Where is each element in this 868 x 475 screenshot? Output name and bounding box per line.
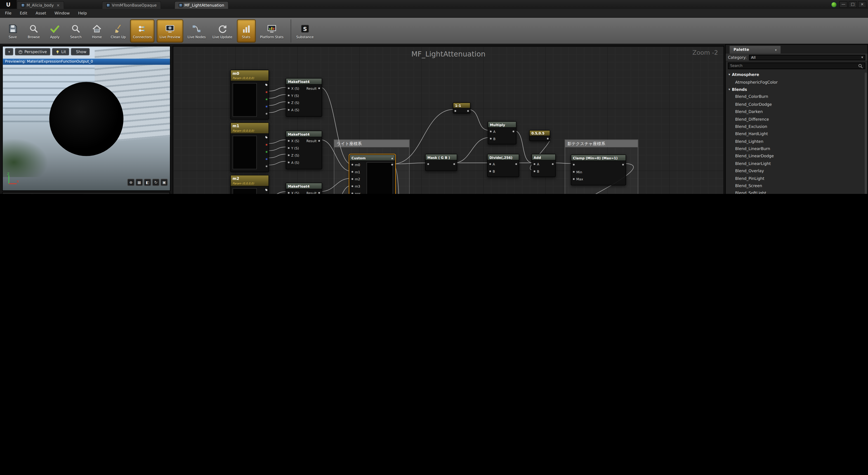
toolbar-button[interactable]: S Substance [291, 19, 316, 42]
node-mask-gb[interactable]: Mask ( G B ) [425, 154, 457, 171]
node-multiply[interactable]: MultiplyAB [488, 121, 517, 145]
output-pin[interactable] [265, 91, 268, 94]
input-pin[interactable] [351, 170, 354, 173]
input-pin[interactable] [489, 163, 491, 165]
tab-parameter-defaults[interactable]: ▦ Parameter Defaults [33, 194, 84, 194]
asset-tab[interactable]: MF_LightAttenuation × [174, 1, 228, 9]
input-pin[interactable] [489, 170, 491, 172]
input-pin[interactable] [351, 178, 354, 180]
node-custom[interactable]: Custom▲m0m1m2m3pos [349, 154, 395, 194]
output-pin[interactable] [265, 165, 268, 168]
input-pin[interactable] [287, 139, 290, 142]
window-control-button[interactable]: — [839, 1, 848, 8]
launcher-icon[interactable] [831, 1, 837, 7]
output-pin[interactable] [318, 191, 320, 194]
output-pin[interactable] [512, 130, 515, 133]
palette-item[interactable]: ▼ Blend_ColorBurn [726, 93, 864, 101]
menu-item[interactable]: File [5, 11, 11, 15]
collapse-arrow-icon[interactable]: ▲ [265, 135, 267, 138]
window-control-button[interactable]: × [858, 1, 866, 8]
palette-item[interactable]: ▼ Blend_HardLight [726, 130, 864, 138]
output-pin[interactable] [265, 105, 268, 108]
palette-item[interactable]: ▼ Blend_ColorDodge [726, 101, 864, 108]
input-pin[interactable] [572, 178, 575, 180]
window-control-button[interactable]: □ [848, 1, 857, 8]
toolbar-button[interactable]: Search [66, 19, 85, 42]
palette-item[interactable]: ▼ Blend_LinearDodge [726, 152, 864, 160]
input-pin[interactable] [533, 163, 536, 165]
toolbar-button[interactable]: Live Preview [157, 19, 183, 42]
node-makefloat4-3[interactable]: MakeFloat4X (S)ResultY (S)Z (S)A (S) [286, 183, 322, 194]
fullscreen-icon[interactable]: ▣ [160, 179, 168, 186]
toolbar-button[interactable]: Connectors [130, 19, 155, 42]
input-pin[interactable] [489, 137, 492, 140]
collapse-arrow-icon[interactable]: ▲ [265, 83, 267, 85]
input-pin[interactable] [351, 192, 354, 194]
material-graph-panel[interactable]: MATERIAL FUNCTION ライト座標系影テクスチャ座標系オフセット m… [173, 46, 724, 194]
toolbar-button[interactable]: Browse [24, 19, 43, 42]
node-m0[interactable]: m0Param (0,0,0,0)▲ [230, 70, 269, 120]
toolbar-button[interactable]: Home [88, 19, 106, 42]
input-pin[interactable] [287, 154, 290, 157]
viewport-mode-button[interactable]: Show [71, 48, 90, 55]
palette-item[interactable]: ▼ AtmosphericFogColor [726, 78, 864, 86]
input-pin[interactable] [287, 101, 290, 104]
input-pin[interactable] [454, 109, 457, 112]
output-pin[interactable] [318, 87, 320, 90]
asset-tab[interactable]: VrmMToonBaseOpaque × [102, 1, 161, 9]
output-pin[interactable] [265, 98, 268, 101]
viewport-mode-button[interactable]: Lit [52, 48, 69, 55]
viewport-menu-button[interactable]: ▼ [5, 48, 13, 55]
node-divide-256[interactable]: Divide(,256)AB [487, 154, 519, 177]
node-m2[interactable]: m2Param (0,0,0,0)▲ [230, 175, 269, 194]
output-pin[interactable] [467, 109, 469, 112]
output-pin[interactable] [265, 151, 268, 153]
palette-item[interactable]: ▼ Blend_Screen [726, 182, 864, 189]
node-clamp-1[interactable]: Clamp (Min=0) (Max=1)MinMax [571, 154, 626, 185]
input-pin[interactable] [533, 170, 536, 172]
collapse-arrow-icon[interactable]: ▲ [265, 188, 267, 190]
cycle-icon[interactable]: ↻ [152, 179, 159, 186]
position-icon[interactable]: ⊕ [127, 179, 134, 186]
palette-item[interactable]: ▼ Blend_Exclusion [726, 123, 864, 130]
input-pin[interactable] [287, 147, 290, 149]
input-pin[interactable] [572, 170, 575, 173]
palette-item[interactable]: ▼ Blend_LinearBurn [726, 145, 864, 152]
input-pin[interactable] [287, 191, 290, 194]
toolbar-button[interactable]: Live Update [210, 19, 235, 42]
node-one-minus[interactable]: 1-1 [453, 102, 470, 114]
output-pin[interactable] [622, 163, 624, 166]
toolbar-button[interactable]: Stats [237, 19, 255, 42]
palette-item[interactable]: ▼ Blend_Overlay [726, 167, 864, 175]
output-pin[interactable] [453, 163, 456, 165]
input-pin[interactable] [287, 94, 290, 97]
input-pin[interactable] [351, 163, 354, 166]
palette-item[interactable]: ▼ Blends [726, 86, 864, 93]
node-m1[interactable]: m1Param (0,0,0,0)▲ [230, 122, 269, 172]
toolbar-button[interactable]: Platform Stats [258, 19, 286, 42]
palette-item[interactable]: ▼ Atmosphere [726, 71, 864, 78]
input-pin[interactable] [572, 163, 575, 166]
input-pin[interactable] [427, 163, 430, 165]
menu-item[interactable]: Window [55, 11, 70, 15]
toolbar-button[interactable]: Save [3, 19, 22, 42]
output-pin[interactable] [265, 112, 268, 115]
input-pin[interactable] [489, 130, 492, 133]
layers-icon[interactable]: ◧ [144, 179, 151, 186]
node-const-0505[interactable]: 0.5,0.5 [529, 130, 550, 141]
output-pin[interactable] [546, 137, 549, 140]
palette-item[interactable]: ▼ Blend_PinLight [726, 175, 864, 182]
tab-details[interactable]: ▦ Details [4, 194, 32, 194]
collapse-arrow-icon[interactable]: ▲ [391, 157, 393, 159]
input-pin[interactable] [287, 108, 290, 111]
input-pin[interactable] [351, 185, 354, 188]
viewport-mode-button[interactable]: Perspective [15, 48, 50, 55]
close-tab-icon[interactable]: × [57, 3, 60, 7]
node-add[interactable]: AddAB [531, 154, 556, 177]
toolbar-button[interactable]: Live Nodes [185, 19, 208, 42]
palette-item[interactable]: ▼ Blend_Lighten [726, 138, 864, 145]
menu-item[interactable]: Help [78, 11, 87, 15]
asset-tab[interactable]: M_Alicia_body × [17, 1, 64, 9]
grid-icon[interactable]: ▦ [135, 179, 143, 186]
palette-scrollbar[interactable] [865, 72, 867, 194]
